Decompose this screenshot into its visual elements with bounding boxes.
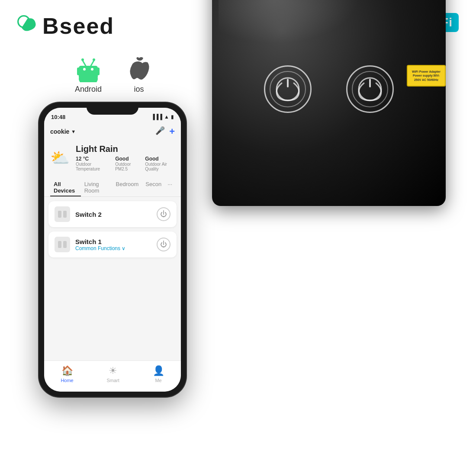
wifi-status-icon: ▲	[164, 114, 169, 120]
device-card-switch1[interactable]: Switch 1 Common Functions ∨ ⏻	[48, 232, 177, 257]
mic-icon[interactable]: 🎤	[155, 126, 165, 137]
phone-bottom-nav: 🏠 Home ☀ Smart 👤 Me	[44, 360, 181, 392]
android-label: Android	[75, 85, 102, 94]
os-icons-row: Android ios	[17, 56, 208, 94]
nav-smart[interactable]: ☀ Smart	[106, 365, 119, 383]
switch-button-right[interactable]	[346, 65, 394, 113]
svg-rect-17	[63, 241, 67, 248]
svg-point-4	[83, 68, 86, 71]
signal-icon: ▐▐▐	[151, 114, 163, 120]
switch1-thumb-icon	[57, 239, 68, 250]
switch-product	[212, 0, 446, 206]
tab-more-icon[interactable]: ···	[165, 179, 175, 196]
svg-rect-13	[90, 76, 93, 81]
brand-name: Bseed	[42, 13, 114, 39]
weather-cloud-icon: ⛅	[50, 149, 70, 167]
add-icon[interactable]: +	[169, 126, 175, 137]
nav-me[interactable]: 👤 Me	[153, 365, 164, 383]
svg-rect-11	[97, 68, 100, 75]
weather-pm25: Good Outdoor PM2.5	[115, 156, 139, 171]
left-column: Android ios 10:48 ▐▐▐ ▲ ▮	[17, 56, 208, 397]
ios-os: ios	[128, 56, 150, 94]
device-tabs-row: All Devices Living Room Bedroom Secon ··…	[44, 176, 181, 197]
home-nav-icon: 🏠	[61, 365, 73, 376]
svg-point-8	[81, 58, 84, 61]
svg-point-26	[277, 78, 299, 100]
switch2-name: Switch 2	[75, 211, 151, 218]
device-card-switch2[interactable]: Switch 2 ⏻	[48, 201, 177, 227]
app-header: cookie ▼ 🎤 +	[44, 123, 181, 140]
weather-info: Light Rain 12 °C Outdoor Temperature Goo…	[76, 144, 175, 171]
tab-living-room[interactable]: Living Room	[81, 179, 113, 196]
brand-header: Bseed	[17, 13, 114, 39]
svg-line-7	[91, 61, 94, 66]
switch1-name: Switch 1	[75, 238, 151, 245]
svg-point-9	[93, 58, 95, 61]
phone-notch	[87, 103, 138, 115]
switch1-sub[interactable]: Common Functions ∨	[75, 245, 151, 251]
adapter-label: WiFi Power Adapter Power supply:90V-250V…	[409, 70, 443, 81]
tab-secon[interactable]: Secon	[142, 179, 165, 196]
adapter-box: WiFi Power Adapter Power supply:90V-250V…	[407, 65, 446, 87]
android-os: Android	[75, 56, 102, 94]
android-icon	[76, 56, 100, 82]
logo-icon	[17, 15, 39, 37]
me-nav-icon: 👤	[153, 365, 164, 376]
weather-air: Good Outdoor Air Quality	[145, 156, 175, 171]
switch-button-left[interactable]	[264, 65, 312, 113]
switch1-power-btn[interactable]: ⏻	[157, 238, 170, 251]
switch-gloss-highlight	[219, 0, 359, 44]
right-column: Smart Life tuya™ Work	[212, 56, 463, 210]
tab-bedroom[interactable]: Bedroom	[113, 179, 142, 196]
tab-all-devices[interactable]: All Devices	[50, 179, 81, 196]
svg-rect-14	[58, 211, 61, 218]
weather-section: ⛅ Light Rain 12 °C Outdoor Temperature G…	[44, 140, 181, 176]
phone-mockup: 10:48 ▐▐▐ ▲ ▮ cookie ▼ 🎤 +	[39, 103, 186, 397]
svg-rect-16	[58, 241, 61, 248]
phone-screen: 10:48 ▐▐▐ ▲ ▮ cookie ▼ 🎤 +	[44, 108, 181, 392]
svg-rect-12	[84, 76, 86, 81]
status-time: 10:48	[51, 114, 65, 120]
nav-home[interactable]: 🏠 Home	[61, 365, 73, 383]
switch-thumb-icon	[57, 209, 68, 219]
device-info-switch1: Switch 1 Common Functions ∨	[75, 238, 151, 251]
smart-nav-icon: ☀	[109, 365, 117, 376]
home-nav-label: Home	[61, 378, 73, 383]
weather-temp: 12 °C Outdoor Temperature	[76, 156, 109, 171]
switch2-power-btn[interactable]: ⏻	[157, 207, 170, 221]
svg-point-5	[91, 68, 93, 71]
device-thumb-switch1	[55, 237, 70, 252]
me-nav-label: Me	[155, 378, 161, 383]
bseed-logo: Bseed	[17, 13, 114, 39]
ios-label: ios	[134, 85, 144, 94]
app-username: cookie ▼	[50, 128, 76, 135]
battery-icon: ▮	[171, 114, 174, 120]
weather-condition: Light Rain	[76, 144, 175, 154]
dropdown-arrow-icon: ▼	[71, 129, 76, 134]
devices-list: Switch 2 ⏻ Switch 1 Common Functions ∨	[44, 197, 181, 262]
power-icon-right	[357, 76, 383, 102]
status-icons: ▐▐▐ ▲ ▮	[151, 114, 174, 120]
svg-line-6	[83, 61, 86, 66]
svg-rect-10	[77, 68, 80, 75]
power-icon-left	[275, 76, 301, 102]
apple-icon	[128, 56, 150, 82]
svg-rect-15	[63, 211, 67, 218]
app-action-icons: 🎤 +	[155, 126, 175, 137]
svg-point-28	[359, 78, 381, 100]
device-thumb-switch2	[55, 206, 70, 222]
device-info-switch2: Switch 2	[75, 211, 151, 218]
svg-rect-3	[79, 66, 98, 79]
smart-nav-label: Smart	[106, 378, 119, 383]
weather-stats: 12 °C Outdoor Temperature Good Outdoor P…	[76, 156, 175, 171]
